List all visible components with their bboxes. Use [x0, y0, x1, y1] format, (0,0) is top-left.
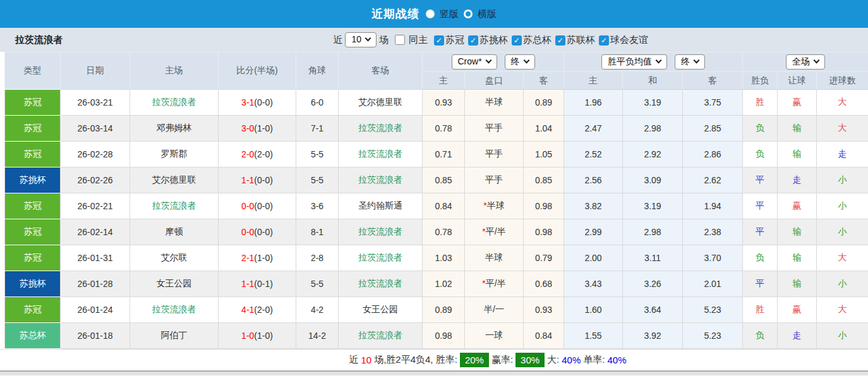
big-rate-value: 40%: [562, 355, 581, 365]
half-time-score: (0-0): [254, 175, 273, 185]
half-time-score: (0-0): [254, 97, 273, 107]
handicap-result: 赢: [778, 193, 817, 219]
wdl-result: 负: [743, 323, 778, 349]
handicap-result: 赢: [778, 90, 817, 116]
competition-badge: 苏冠: [5, 193, 61, 219]
header-date: 日期: [61, 52, 130, 90]
filter-controls: 近 10 场 同主 ✓苏冠✓苏挑杯✓苏总杯✓苏联杯✓球会友谊: [333, 32, 648, 48]
same-home-checkbox[interactable]: [395, 35, 405, 45]
star-icon: *: [482, 226, 485, 236]
avg-away-odds: 2.62: [683, 168, 743, 193]
horizontal-layout-label[interactable]: 横版: [478, 8, 497, 20]
competition-checkbox[interactable]: ✓: [599, 35, 609, 46]
away-odds: 1.05: [524, 142, 564, 168]
wdl-result: 胜: [743, 297, 778, 323]
near-count-select[interactable]: 10: [345, 32, 377, 48]
wdl-result: 胜: [743, 90, 778, 116]
wdl-result: 负: [743, 245, 778, 271]
summary-near-label: 近: [349, 354, 358, 366]
avg-type-select[interactable]: 胜平负均值: [601, 54, 667, 70]
wdl-result: 平: [743, 168, 778, 193]
away-team: 艾尔德里联: [339, 90, 423, 116]
table-row: 苏冠26-02-14摩顿0-0(0-0)8-1拉茨流浪者0.78*平/半0.98…: [5, 219, 868, 245]
vertical-layout-radio[interactable]: [426, 9, 435, 18]
match-date: 26-03-21: [61, 90, 130, 116]
odds-stage-select[interactable]: 终: [505, 54, 535, 70]
away-odds: 0.84: [524, 323, 564, 349]
handicap-result: 走: [778, 168, 817, 193]
table-row: 苏冠26-02-28罗斯郡2-0(2-0)5-5拉茨流浪者0.71平手1.052…: [5, 142, 868, 168]
home-odds: 0.84: [423, 193, 465, 219]
subheader-avg-away: 客: [683, 72, 743, 90]
goals-result: 小: [817, 323, 868, 349]
star-icon: *: [482, 278, 485, 288]
wdl-result: 平: [743, 219, 778, 245]
handicap-line: *平/半: [465, 271, 524, 297]
summary-record: 场,胜2平4负4, 胜率:: [374, 354, 457, 366]
games-label: 场: [379, 34, 389, 46]
competition-checkbox[interactable]: ✓: [512, 35, 522, 46]
score-cell: 1-1(0-1): [219, 271, 296, 297]
vertical-layout-label[interactable]: 竖版: [440, 8, 459, 20]
subheader-odds-home: 主: [423, 72, 465, 90]
odds-company-select[interactable]: Crow*: [452, 54, 497, 70]
filter-bar: 拉茨流浪者 近 10 场 同主 ✓苏冠✓苏挑杯✓苏总杯✓苏联杯✓球会友谊: [0, 28, 868, 52]
corner-count: 7-1: [296, 116, 339, 142]
header-type: 类型: [5, 52, 61, 90]
competition-badge: 苏冠: [5, 116, 61, 142]
recent-results-panel: 近期战绩 竖版 横版 拉茨流浪者 近 10 场 同主 ✓苏冠✓苏挑杯✓苏总杯✓苏…: [0, 0, 868, 378]
goals-result: 走: [817, 142, 868, 168]
away-team: 拉茨流浪者: [339, 219, 423, 245]
goals-result: 小: [817, 271, 868, 297]
competition-checkbox[interactable]: ✓: [434, 35, 444, 46]
full-time-score: 1-1: [241, 175, 254, 185]
away-team: 拉茨流浪者: [339, 271, 423, 297]
score-cell: 1-1(0-0): [219, 168, 296, 193]
score-cell: 0-0(0-0): [219, 219, 296, 245]
avg-away-odds: 2.38: [683, 219, 743, 245]
team-name: 拉茨流浪者: [15, 34, 63, 46]
avg-home-odds: 2.99: [564, 219, 623, 245]
score-cell: 2-1(1-0): [219, 245, 296, 271]
wdl-result: 负: [743, 142, 778, 168]
avg-away-odds: 5.23: [683, 323, 743, 349]
competition-checkbox[interactable]: ✓: [468, 35, 478, 46]
wdl-result: 平: [743, 193, 778, 219]
avg-away-odds: 2.01: [683, 271, 743, 297]
avg-draw-odds: 3.09: [623, 168, 683, 193]
avg-draw-odds: 2.98: [623, 116, 683, 142]
dan-rate-label: 单率:: [583, 354, 605, 366]
result-scope-select[interactable]: 全场: [786, 54, 825, 70]
horizontal-layout-radio[interactable]: [464, 9, 473, 18]
corner-count: 2-8: [296, 245, 339, 271]
same-home-label: 同主: [409, 34, 428, 46]
table-row: 苏冠26-01-24拉茨流浪者4-1(2-0)4-2女王公园0.89半/一0.9…: [5, 297, 868, 323]
corner-count: 5-5: [296, 168, 339, 193]
match-date: 26-02-26: [61, 168, 130, 193]
half-time-score: (1-0): [254, 253, 273, 263]
match-date: 26-02-21: [61, 193, 130, 219]
corner-count: 5-5: [296, 142, 339, 168]
corner-count: 3-6: [296, 193, 339, 219]
chevron-down-icon: [814, 58, 820, 64]
ying-rate-label: 赢率:: [491, 354, 513, 366]
handicap-line: 半球: [465, 90, 524, 116]
home-odds: 1.03: [423, 245, 465, 271]
panel-title: 近期战绩: [371, 6, 419, 21]
result-group-header: 全场: [743, 52, 868, 72]
wdl-result: 负: [743, 116, 778, 142]
handicap-line: 平手: [465, 168, 524, 193]
competition-checkbox[interactable]: ✓: [555, 35, 565, 46]
home-odds: 0.71: [423, 142, 465, 168]
odds-group-header: Crow* 终: [423, 52, 564, 72]
home-team: 女王公园: [130, 271, 219, 297]
away-team: 拉茨流浪者: [339, 116, 423, 142]
summary-near-count: 10: [361, 355, 371, 365]
handicap-result: 输: [778, 271, 817, 297]
handicap-result: 输: [778, 219, 817, 245]
full-time-score: 0-0: [241, 201, 254, 211]
handicap-line: 一球: [465, 323, 524, 349]
header-score: 比分(半场): [219, 52, 296, 90]
avg-stage-select[interactable]: 终: [675, 54, 705, 70]
half-time-score: (1-0): [254, 123, 273, 133]
